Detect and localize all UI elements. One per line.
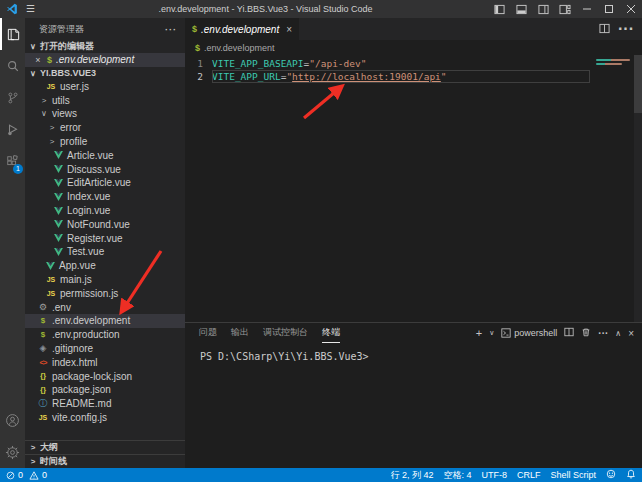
outline-section[interactable]: > 大纲 — [25, 440, 185, 454]
sidebar-title: 资源管理器 — [39, 23, 84, 36]
activity-bar: 1 — [0, 18, 25, 468]
kill-terminal-trash-icon[interactable] — [581, 327, 591, 339]
minimap[interactable] — [596, 59, 632, 67]
eol-sequence[interactable]: CRLF — [517, 470, 541, 480]
tree-item-views[interactable]: ∨views — [25, 107, 185, 121]
code-editor[interactable]: 1 VITE_APP_BASEAPI="/api-dev" 2 VITE_APP… — [185, 55, 642, 322]
vue-file-icon — [54, 193, 63, 201]
maximize-button[interactable] — [598, 0, 620, 18]
tree-item-index-html[interactable]: <>index.html — [25, 355, 185, 369]
tree-item-utils[interactable]: >utils — [25, 93, 185, 107]
close-panel-icon[interactable]: × — [628, 328, 634, 339]
timeline-label: 时间线 — [40, 455, 67, 468]
indentation[interactable]: 空格: 4 — [443, 469, 471, 482]
open-editors-section[interactable]: ∨ 打开的编辑器 — [25, 40, 185, 53]
tree-item-Index-vue[interactable]: Index.vue — [25, 190, 185, 204]
tree-item-user-js[interactable]: JSuser.js — [25, 80, 185, 94]
tab-env-development[interactable]: $ .env.development × — [185, 18, 299, 40]
source-control-icon[interactable] — [0, 82, 25, 114]
tree-item--env[interactable]: ⚙.env — [25, 300, 185, 314]
maximize-panel-icon[interactable]: ∧ — [615, 329, 621, 338]
tree-item-package-json[interactable]: {}package.json — [25, 383, 185, 397]
code-line-1: 1 VITE_APP_BASEAPI="/api-dev" — [185, 57, 642, 70]
problems-status[interactable]: 0 0 — [6, 470, 47, 480]
close-button[interactable] — [620, 0, 642, 18]
tree-item-App-vue[interactable]: App.vue — [25, 259, 185, 273]
chevron-down-icon: ∨ — [29, 69, 37, 78]
tree-item-label: vite.config.js — [52, 412, 107, 423]
customize-layout-icon[interactable] — [554, 0, 576, 18]
language-mode[interactable]: Shell Script — [550, 470, 596, 480]
explorer-icon[interactable] — [0, 18, 25, 50]
tree-item--env-development[interactable]: $.env.development — [25, 314, 185, 328]
notifications-bell-icon[interactable] — [626, 469, 636, 481]
tree-item-package-lock-json[interactable]: {}package-lock.json — [25, 369, 185, 383]
run-debug-icon[interactable] — [0, 114, 25, 146]
panel-tab-0[interactable]: 问题 — [199, 323, 217, 343]
panel-tab-1[interactable]: 输出 — [231, 323, 249, 343]
extensions-icon[interactable]: 1 — [0, 146, 25, 178]
panel-more-actions-icon[interactable]: ··· — [598, 328, 608, 339]
tree-item-permission-js[interactable]: JSpermission.js — [25, 286, 185, 300]
shell-selector[interactable]: powershell — [501, 328, 557, 338]
vscode-window: ☰ .env.development - Yi.BBS.Vue3 - Visua… — [0, 0, 642, 482]
tree-item-Test-vue[interactable]: Test.vue — [25, 245, 185, 259]
breadcrumb-filename[interactable]: .env.development — [204, 43, 274, 53]
tree-item-label: package.json — [52, 384, 111, 395]
tree-item-label: EditArticle.vue — [67, 177, 131, 188]
url-link[interactable]: http://localhost:19001/api — [292, 71, 441, 82]
menu-hamburger-icon[interactable]: ☰ — [24, 4, 37, 14]
search-icon[interactable] — [0, 50, 25, 82]
vscode-logo-icon — [6, 3, 18, 15]
panel-tab-3[interactable]: 终端 — [322, 323, 340, 343]
tree-item-vite-config-js[interactable]: JSvite.config.js — [25, 411, 185, 425]
settings-gear-icon[interactable] — [0, 436, 25, 468]
tree-item--env-production[interactable]: $.env.production — [25, 328, 185, 342]
tree-item-error[interactable]: >error — [25, 121, 185, 135]
outline-label: 大纲 — [40, 441, 58, 454]
tree-item-Login-vue[interactable]: Login.vue — [25, 204, 185, 218]
tree-item-EditArticle-vue[interactable]: EditArticle.vue — [25, 176, 185, 190]
chevron-right-icon: > — [29, 443, 37, 452]
js-file-icon: JS — [46, 290, 56, 297]
dotenv-file-icon: $ — [47, 55, 52, 65]
toggle-secondary-sidebar-icon[interactable] — [532, 0, 554, 18]
toggle-panel-icon[interactable] — [510, 0, 532, 18]
tree-item-NotFound-vue[interactable]: NotFound.vue — [25, 217, 185, 231]
tab-close-icon[interactable]: × — [286, 24, 292, 35]
close-editor-icon[interactable]: × — [33, 55, 43, 65]
sidebar-more-actions-icon[interactable]: ··· — [165, 25, 177, 35]
toggle-sidebar-icon[interactable] — [488, 0, 510, 18]
tree-item-Discuss-vue[interactable]: Discuss.vue — [25, 162, 185, 176]
tree-item-label: Index.vue — [67, 191, 110, 202]
cursor-position[interactable]: 行 2, 列 42 — [390, 469, 433, 482]
feedback-icon[interactable] — [606, 469, 616, 481]
tree-item-Article-vue[interactable]: Article.vue — [25, 148, 185, 162]
tree-item-Register-vue[interactable]: Register.vue — [25, 231, 185, 245]
terminal-output[interactable]: PS D:\CSharp\Yi\Yi.BBS.Vue3> — [185, 343, 642, 468]
new-terminal-icon[interactable]: + — [476, 327, 482, 339]
terminal-dropdown-icon[interactable]: ∨ — [489, 329, 494, 337]
panel-tab-2[interactable]: 调试控制台 — [263, 323, 308, 343]
open-editor-item-env-development[interactable]: × $ .env.development — [25, 53, 185, 67]
account-icon[interactable] — [0, 404, 25, 436]
split-terminal-icon[interactable] — [564, 327, 574, 339]
tree-item--gitignore[interactable]: ◈.gitignore — [25, 342, 185, 356]
tree-item-main-js[interactable]: JSmain.js — [25, 273, 185, 287]
project-section-header[interactable]: ∨ YI.BBS.VUE3 — [25, 67, 185, 80]
tree-item-label: .gitignore — [52, 343, 93, 354]
split-editor-icon[interactable] — [599, 20, 610, 38]
tree-item-profile[interactable]: >profile — [25, 135, 185, 149]
timeline-section[interactable]: > 时间线 — [25, 454, 185, 468]
editor-scrollbar[interactable] — [634, 55, 642, 322]
line-number: 2 — [185, 70, 212, 83]
encoding[interactable]: UTF-8 — [481, 470, 507, 480]
editor-more-actions-icon[interactable]: ··· — [618, 20, 634, 38]
minimize-button[interactable] — [576, 0, 598, 18]
tree-item-README-md[interactable]: ⓘREADME.md — [25, 397, 185, 411]
breadcrumb[interactable]: $ .env.development — [185, 40, 642, 55]
dotenv-file-icon: $ — [195, 43, 200, 53]
vue-file-icon — [54, 207, 63, 215]
env-file-icon: $ — [38, 331, 48, 339]
tree-item-label: permission.js — [60, 288, 118, 299]
